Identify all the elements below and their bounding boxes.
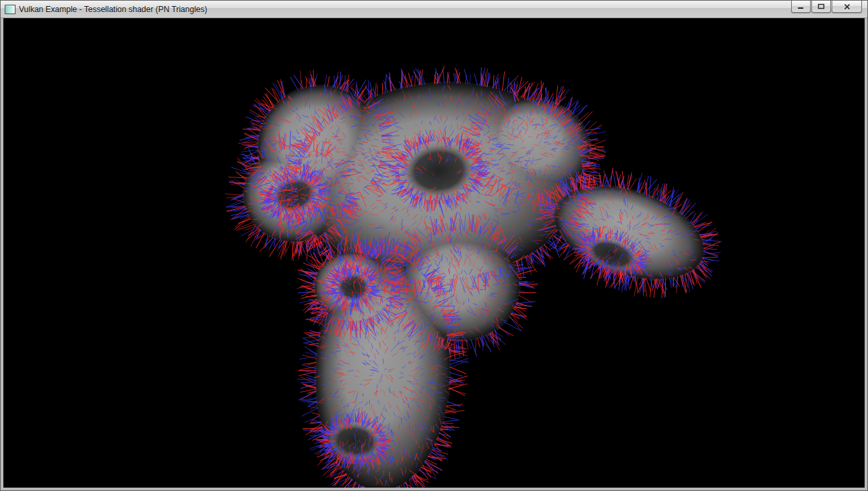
render-viewport: [3, 18, 865, 488]
window-title: Vulkan Example - Tessellation shader (PN…: [19, 5, 207, 14]
minimize-button[interactable]: [791, 1, 811, 13]
render-canvas[interactable]: [3, 18, 865, 488]
minimize-icon: [797, 3, 805, 9]
close-button[interactable]: [832, 1, 862, 13]
caption-buttons: [791, 1, 862, 13]
maximize-button[interactable]: [811, 1, 831, 13]
app-icon: [5, 5, 16, 14]
close-icon: [844, 3, 850, 10]
titlebar[interactable]: Vulkan Example - Tessellation shader (PN…: [1, 1, 867, 18]
maximize-icon: [817, 3, 825, 9]
app-window: Vulkan Example - Tessellation shader (PN…: [0, 0, 868, 491]
